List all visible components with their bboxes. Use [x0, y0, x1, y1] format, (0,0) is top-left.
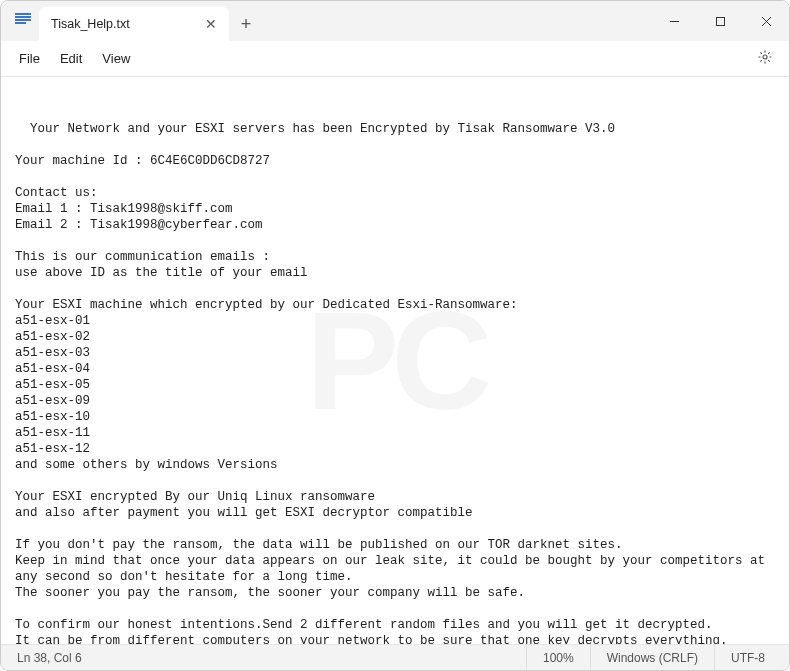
close-tab-icon[interactable]: ✕ — [201, 14, 221, 34]
tab-title: Tisak_Help.txt — [51, 17, 193, 31]
titlebar: Tisak_Help.txt ✕ + — [1, 1, 789, 41]
minimize-button[interactable] — [651, 1, 697, 41]
settings-button[interactable] — [749, 43, 781, 74]
maximize-button[interactable] — [697, 1, 743, 41]
tab-active[interactable]: Tisak_Help.txt ✕ — [39, 7, 229, 41]
status-cursor-position: Ln 38, Col 6 — [9, 651, 90, 665]
menubar: File Edit View — [1, 41, 789, 77]
menu-edit[interactable]: Edit — [50, 45, 92, 72]
svg-point-4 — [763, 55, 767, 59]
statusbar: Ln 38, Col 6 100% Windows (CRLF) UTF-8 — [1, 644, 789, 670]
text-editor-area[interactable]: PC Your Network and your ESXI servers ha… — [1, 77, 789, 644]
status-encoding[interactable]: UTF-8 — [714, 645, 781, 670]
watermark: PC — [306, 353, 484, 369]
gear-icon — [757, 49, 773, 65]
close-window-button[interactable] — [743, 1, 789, 41]
svg-rect-1 — [716, 17, 724, 25]
new-tab-button[interactable]: + — [229, 7, 263, 41]
notepad-icon — [15, 13, 31, 29]
document-text: Your Network and your ESXI servers has b… — [15, 122, 773, 644]
status-line-ending[interactable]: Windows (CRLF) — [590, 645, 714, 670]
menu-file[interactable]: File — [9, 45, 50, 72]
status-zoom[interactable]: 100% — [526, 645, 590, 670]
menu-view[interactable]: View — [92, 45, 140, 72]
